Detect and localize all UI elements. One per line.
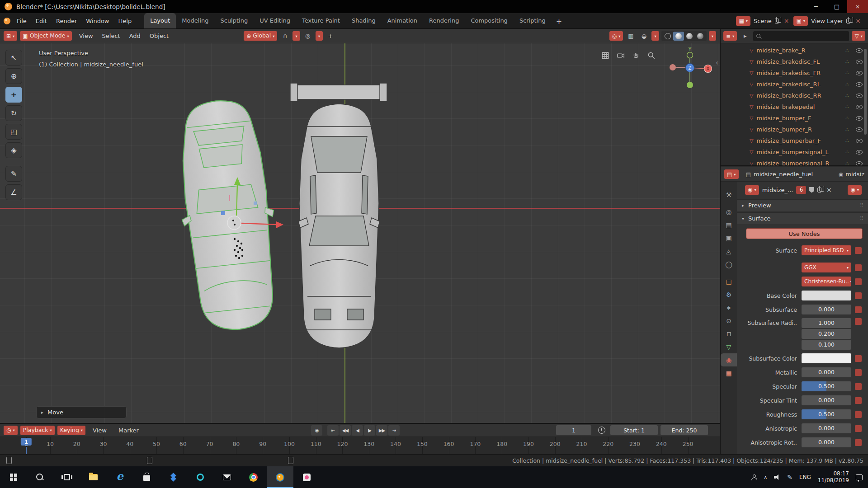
animate-property-button[interactable]	[855, 369, 862, 376]
menu-window[interactable]: Window	[81, 15, 113, 26]
viewport-editor-type-button[interactable]: ⊞▾	[4, 31, 17, 41]
taskbar-dropbox-button[interactable]	[160, 466, 187, 488]
material-shading-button[interactable]	[684, 32, 695, 41]
workspace-tab-texture-paint[interactable]: Texture Paint	[296, 13, 346, 28]
principled-bsd-dropdown[interactable]: Principled BSD▾	[802, 245, 851, 255]
taskbar-mail-button[interactable]	[213, 466, 240, 488]
viewport-menu-view[interactable]: View	[75, 31, 98, 42]
workspace-tab-compositing[interactable]: Compositing	[465, 13, 514, 28]
measure-tool-button[interactable]: ∠	[5, 184, 22, 200]
particles-properties-tab[interactable]: ∗	[721, 301, 737, 314]
breadcrumb-object-name[interactable]: midsize_needle_fuel	[754, 171, 813, 178]
viewport-menu-add[interactable]: Add	[125, 31, 145, 42]
transport-play-button[interactable]: ▶	[364, 425, 375, 436]
preview-panel-header[interactable]: ▸ Preview ⠿	[737, 199, 868, 211]
animate-property-button[interactable]	[855, 397, 862, 404]
zoom-icon[interactable]	[646, 51, 656, 61]
number-field[interactable]: 0.100	[802, 340, 851, 350]
workspace-tab-scripting[interactable]: Scripting	[514, 13, 552, 28]
scene-properties-tab[interactable]: ◬	[721, 244, 737, 258]
transport-jump-to-start-button[interactable]: ⇤	[327, 425, 339, 436]
use-preview-range-clock-icon[interactable]	[598, 427, 605, 434]
object-properties-tab[interactable]: □	[721, 275, 737, 288]
taskbar-recorder-button[interactable]	[293, 466, 320, 488]
eye-icon[interactable]	[856, 71, 863, 75]
surface-panel-header[interactable]: ▾ Surface ⠿	[737, 212, 868, 224]
move-tool-button[interactable]: +	[5, 87, 22, 103]
close-button[interactable]: ×	[847, 0, 868, 13]
eye-icon[interactable]	[856, 139, 863, 143]
outliner-editor-type-button[interactable]: ≡▾	[723, 31, 737, 41]
maximize-button[interactable]: □	[826, 0, 847, 13]
workspace-tab-shading[interactable]: Shading	[346, 13, 382, 28]
proportional-edit-toggle[interactable]: ◎	[302, 31, 313, 41]
viewport-menu-select[interactable]: Select	[98, 31, 125, 42]
object-data-properties-tab[interactable]: ▽	[721, 340, 737, 353]
camera-view-icon[interactable]	[616, 51, 626, 61]
outliner-item[interactable]: ▽midsize_bumper_R∴	[721, 124, 868, 135]
transport-record-button[interactable]: ◉	[311, 425, 322, 436]
timeline-ruler[interactable]: 1 11020304050607080901001101201301401501…	[0, 437, 720, 454]
animate-property-button[interactable]	[855, 355, 862, 362]
fake-user-shield-icon[interactable]	[809, 187, 814, 193]
language-indicator[interactable]: ENG	[799, 474, 811, 480]
browse-material-button[interactable]: ◉▾	[745, 185, 759, 195]
blender-menu-icon[interactable]	[4, 18, 10, 24]
search-input[interactable]	[763, 33, 846, 39]
xray-toggle[interactable]: ▥	[625, 31, 636, 41]
outliner-item[interactable]: ▽midsize_brakedisc_RL∴	[721, 79, 868, 90]
outliner-item[interactable]: ▽midsize_bumpersignal_R∴	[721, 158, 868, 166]
view-layer-properties-tab[interactable]: ▣	[721, 231, 737, 244]
annotate-tool-button[interactable]: ✎	[5, 166, 22, 182]
new-view-layer-icon[interactable]	[846, 19, 850, 23]
outliner-item[interactable]: ▽midsize_brakepedal∴	[721, 101, 868, 113]
outliner-item[interactable]: ▽midsize_bumpersignal_L∴	[721, 146, 868, 158]
christensen-bu-dropdown[interactable]: Christensen-Bu..▾	[802, 277, 851, 286]
subsurface-color-swatch[interactable]	[802, 353, 851, 363]
hidden-icons-chevron-icon[interactable]: ∧	[764, 474, 767, 480]
view-layer-browse-button[interactable]: ▣▾	[793, 16, 808, 26]
properties-editor-type-button[interactable]: ▤▾	[724, 169, 739, 179]
display-mode-icon[interactable]: ▸	[740, 31, 750, 41]
timeline-marker-menu[interactable]: Marker	[114, 425, 143, 436]
eye-icon[interactable]	[856, 48, 863, 53]
workspace-tab-rendering[interactable]: Rendering	[423, 13, 465, 28]
specular-tint-slider[interactable]: 0.000	[802, 395, 851, 405]
rotate-tool-button[interactable]: ↻	[5, 105, 22, 121]
new-material-icon[interactable]	[817, 188, 821, 192]
eye-icon[interactable]	[856, 60, 863, 64]
base-color-swatch[interactable]	[802, 291, 851, 300]
animate-property-button[interactable]	[855, 306, 862, 313]
wireframe-shading-button[interactable]	[662, 32, 673, 41]
world-properties-tab[interactable]: ◯	[721, 258, 737, 271]
eye-icon[interactable]	[856, 161, 863, 166]
viewport-canvas[interactable]: User Perspective (1) Collection | midsiz…	[0, 43, 720, 423]
taskbar-edge-button[interactable]	[107, 466, 133, 488]
frame-end-field[interactable]: End: 250	[660, 425, 708, 435]
taskbar-search-button[interactable]	[27, 466, 53, 488]
outliner-item[interactable]: ▽midsize_bumperbar_F∴	[721, 135, 868, 146]
breadcrumb-material-name[interactable]: midsiz	[845, 171, 864, 178]
subsurface-slider[interactable]: 0.000	[802, 305, 851, 314]
axis-neg-y-ball[interactable]	[687, 82, 693, 88]
workspace-tab-modeling[interactable]: Modeling	[176, 13, 214, 28]
car-unselected[interactable]	[290, 83, 387, 348]
ggx-dropdown[interactable]: GGX▾	[802, 263, 851, 272]
sidebar-collapse-icon[interactable]: ‹	[716, 59, 718, 67]
material-users-badge[interactable]: 6	[796, 186, 806, 194]
panel-grip-icon[interactable]: ⠿	[860, 202, 863, 208]
eye-icon[interactable]	[856, 94, 863, 98]
keying-menu[interactable]: Keying▾	[57, 426, 85, 435]
scene-browse-button[interactable]: ▦▾	[736, 16, 750, 26]
animate-property-button[interactable]	[855, 292, 862, 299]
constraints-properties-tab[interactable]: ⊓	[721, 327, 737, 340]
anisotropic-rot-slider[interactable]: 0.000	[802, 437, 851, 447]
outliner-item[interactable]: ▽midsize_bumper_F∴	[721, 113, 868, 124]
shading-dropdown[interactable]: ▾	[709, 31, 716, 41]
eye-icon[interactable]	[856, 150, 863, 155]
menu-edit[interactable]: Edit	[31, 15, 52, 26]
new-scene-icon[interactable]	[775, 19, 779, 23]
anisotropic-slider[interactable]: 0.000	[802, 423, 851, 433]
physics-properties-tab[interactable]: ⊙	[721, 314, 737, 327]
minimize-button[interactable]: ─	[806, 0, 826, 13]
